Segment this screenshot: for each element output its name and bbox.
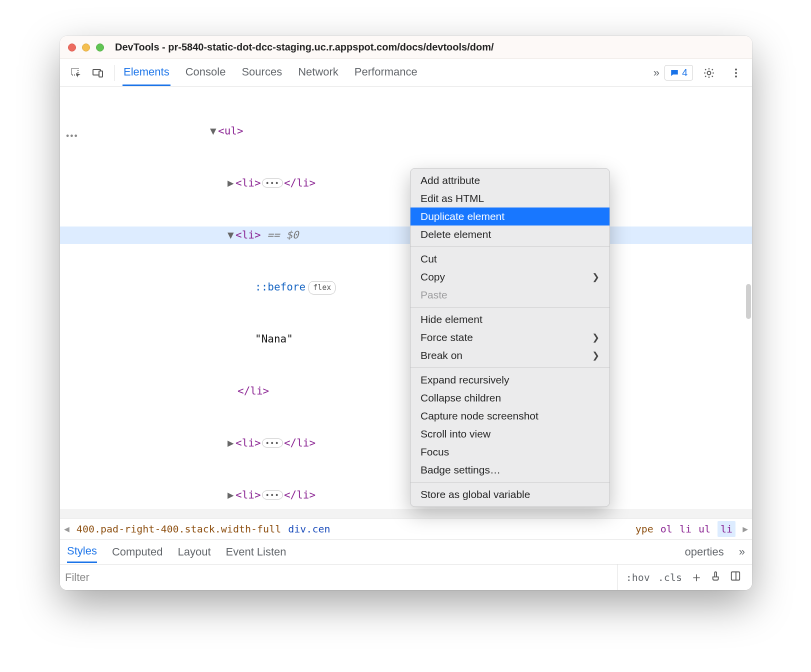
context-menu-item-duplicate-element[interactable]: Duplicate element [410, 208, 610, 226]
issues-count: 4 [682, 67, 688, 78]
toolbar-separator [114, 65, 114, 81]
chevron-right-icon: ❯ [592, 332, 600, 343]
tag-li-open[interactable]: <li> [236, 489, 261, 501]
context-menu-item-label: Force state [420, 332, 473, 344]
collapsed-ellipsis-icon[interactable]: ••• [262, 490, 283, 500]
tab-elements[interactable]: Elements [122, 60, 170, 86]
svg-point-5 [735, 72, 737, 74]
context-menu-item-capture-node-screenshot[interactable]: Capture node screenshot [410, 407, 610, 425]
minimize-window-button[interactable] [82, 44, 90, 52]
context-menu-separator [410, 307, 610, 308]
context-menu-item-label: Copy [420, 271, 445, 283]
dom-breadcrumb[interactable]: ◀ 400.pad-right-400.stack.width-full div… [60, 518, 752, 539]
context-menu-item-expand-recursively[interactable]: Expand recursively [410, 371, 610, 389]
breadcrumb-item[interactable]: div.cen [288, 523, 330, 535]
paint-brush-icon[interactable] [711, 570, 722, 584]
breadcrumb-item[interactable]: 400.pad-right-400.stack.width-full [76, 523, 281, 535]
tab-network[interactable]: Network [297, 60, 340, 86]
tab-performance[interactable]: Performance [354, 60, 418, 86]
context-menu-item-label: Break on [420, 350, 462, 362]
cls-toggle[interactable]: .cls [658, 572, 682, 584]
pseudo-before[interactable]: ::before [255, 281, 306, 293]
tag-ul-open[interactable]: <ul> [218, 125, 244, 137]
close-window-button[interactable] [68, 44, 76, 52]
tab-console[interactable]: Console [184, 60, 227, 86]
chevron-right-icon: ❯ [592, 350, 600, 361]
hov-toggle[interactable]: :hov [626, 572, 650, 584]
context-menu-item-label: Hide element [420, 314, 482, 326]
context-menu-separator [410, 482, 610, 482]
context-menu-item-edit-as-html[interactable]: Edit as HTML [410, 190, 610, 208]
maximize-window-button[interactable] [96, 44, 104, 52]
tag-li-open[interactable]: <li> [236, 437, 261, 449]
inspect-element-icon[interactable] [67, 64, 85, 82]
context-menu-item-label: Add attribute [420, 174, 480, 186]
subtab-layout[interactable]: Layout [178, 546, 210, 558]
context-menu-item-badge-settings[interactable]: Badge settings… [410, 461, 610, 479]
svg-point-3 [708, 71, 711, 74]
svg-point-6 [735, 76, 737, 78]
kebab-menu-icon[interactable] [727, 64, 745, 82]
context-menu-item-copy[interactable]: Copy❯ [410, 268, 610, 286]
main-tabs: Elements Console Sources Network Perform… [122, 60, 418, 86]
styles-filterbar: :hov .cls ＋ [60, 564, 752, 590]
context-menu-separator [410, 246, 610, 247]
subtab-styles[interactable]: Styles [67, 544, 97, 563]
tag-li-close: </li> [284, 437, 316, 449]
dom-tree[interactable]: ▼<ul> ▶<li>•••</li> ▼<li> == $0 ::before… [60, 87, 752, 518]
context-menu-item-delete-element[interactable]: Delete element [410, 226, 610, 244]
context-menu: Add attributeEdit as HTMLDuplicate eleme… [410, 168, 610, 507]
titlebar: DevTools - pr-5840-static-dot-dcc-stagin… [60, 36, 752, 59]
tabs-overflow[interactable]: » [654, 66, 660, 80]
context-menu-item-collapse-children[interactable]: Collapse children [410, 389, 610, 407]
devtools-window: DevTools - pr-5840-static-dot-dcc-stagin… [60, 36, 752, 590]
breadcrumb-right-icon[interactable]: ▶ [742, 524, 748, 534]
context-menu-item-label: Expand recursively [420, 374, 509, 386]
context-menu-item-focus[interactable]: Focus [410, 443, 610, 461]
flex-badge[interactable]: flex [308, 281, 336, 294]
breadcrumb-item[interactable]: ol [660, 523, 672, 535]
computed-sidebar-icon[interactable] [730, 570, 741, 584]
main-toolbar: Elements Console Sources Network Perform… [60, 59, 752, 87]
dollar-zero-marker: == $0 [261, 229, 299, 241]
window-controls [68, 44, 104, 52]
device-toolbar-icon[interactable] [89, 64, 107, 82]
issues-badge[interactable]: 4 [664, 65, 693, 80]
vertical-scrollbar[interactable] [746, 284, 751, 319]
tag-li-close: </li> [284, 177, 316, 189]
breadcrumb-item-current[interactable]: li [718, 521, 736, 537]
collapsed-ellipsis-icon[interactable]: ••• [262, 438, 283, 448]
breadcrumb-item[interactable]: ype [636, 523, 654, 535]
context-menu-item-label: Badge settings… [420, 464, 500, 476]
context-menu-item-label: Delete element [420, 228, 491, 240]
context-menu-item-paste: Paste [410, 286, 610, 304]
subtab-properties[interactable]: operties [684, 546, 724, 558]
context-menu-item-cut[interactable]: Cut [410, 250, 610, 268]
context-menu-item-add-attribute[interactable]: Add attribute [410, 172, 610, 190]
subtab-computed[interactable]: Computed [112, 546, 163, 558]
context-menu-item-store-as-global-variable[interactable]: Store as global variable [410, 486, 610, 504]
context-menu-item-force-state[interactable]: Force state❯ [410, 328, 610, 346]
context-menu-item-hide-element[interactable]: Hide element [410, 310, 610, 328]
breadcrumb-left-icon[interactable]: ◀ [64, 524, 70, 534]
settings-gear-icon[interactable] [700, 64, 718, 82]
collapsed-ellipsis-icon[interactable]: ••• [262, 178, 283, 188]
breadcrumb-item[interactable]: li [680, 523, 692, 535]
context-menu-item-label: Capture node screenshot [420, 410, 538, 422]
context-menu-item-scroll-into-view[interactable]: Scroll into view [410, 425, 610, 443]
selected-element-row[interactable]: ▼<li> == $0 [60, 226, 752, 244]
context-menu-item-label: Edit as HTML [420, 192, 484, 204]
new-style-rule-icon[interactable]: ＋ [690, 568, 703, 586]
tag-li-open[interactable]: <li> [236, 177, 261, 189]
subtabs-overflow[interactable]: » [739, 546, 745, 558]
dom-actions-icon[interactable]: ••• [66, 129, 78, 144]
elements-panel[interactable]: ••• ▼<ul> ▶<li>•••</li> ▼<li> == $0 ::be… [60, 87, 752, 518]
context-menu-item-break-on[interactable]: Break on❯ [410, 346, 610, 364]
tag-li-open[interactable]: <li> [236, 229, 261, 241]
styles-filter-input[interactable] [65, 571, 618, 584]
tree-bottom-shade [60, 509, 752, 518]
text-node[interactable]: "Nana" [255, 333, 293, 345]
tab-sources[interactable]: Sources [240, 60, 283, 86]
subtab-event-listeners[interactable]: Event Listen [226, 546, 286, 558]
breadcrumb-item[interactable]: ul [698, 523, 710, 535]
